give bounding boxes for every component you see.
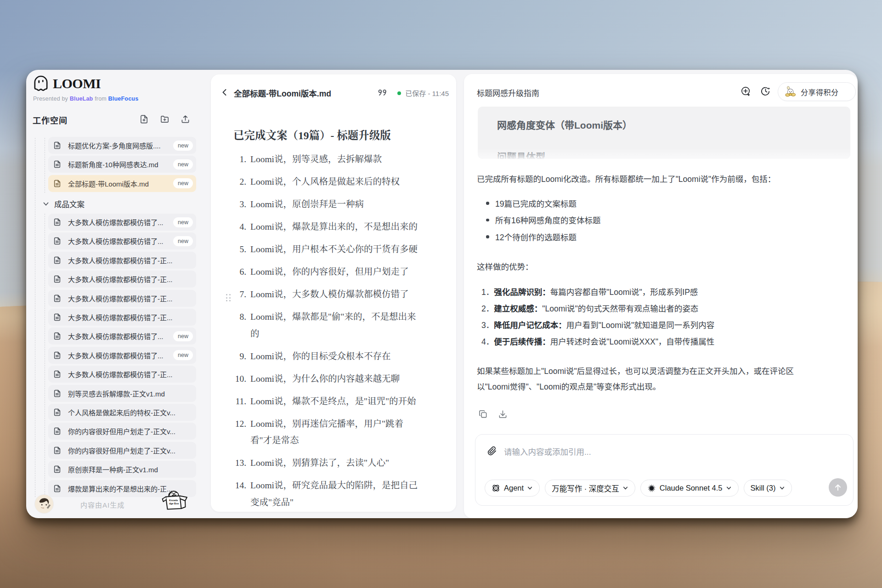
svg-text:dge Box: dge Box [169,502,179,505]
svg-text:Knowle: Knowle [169,499,178,502]
